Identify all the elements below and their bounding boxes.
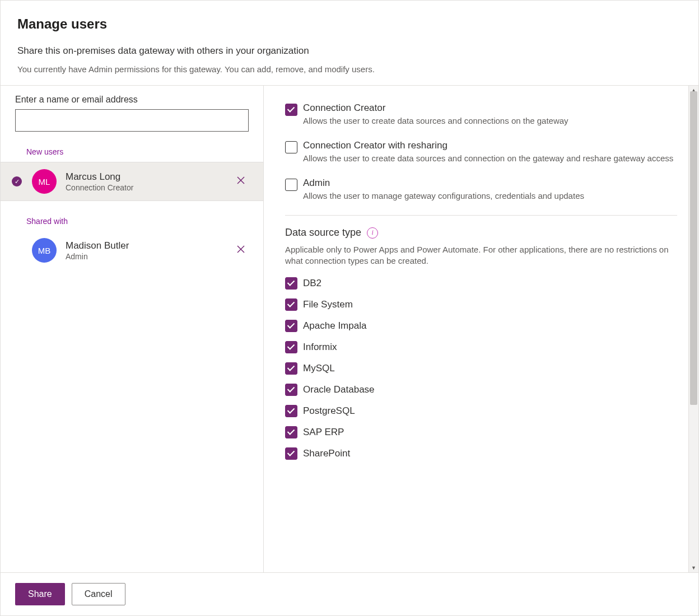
data-source-row: File System <box>285 298 677 311</box>
user-name: Madison Butler <box>66 240 233 251</box>
permission-text: Connection CreatorAllows the user to cre… <box>303 102 568 125</box>
data-source-label: SAP ERP <box>303 427 344 438</box>
data-source-note: Applicable only to Power Apps and Power … <box>285 244 677 267</box>
data-source-row: DB2 <box>285 277 677 290</box>
close-icon <box>669 15 682 27</box>
data-source-checkbox[interactable] <box>285 405 297 417</box>
user-row[interactable]: MBMadison ButlerAdmin <box>1 231 263 269</box>
svg-line-1 <box>671 17 680 26</box>
name-input-label: Enter a name or email address <box>1 95 263 109</box>
data-source-title: Data source type <box>285 227 361 239</box>
scroll-down-arrow[interactable]: ▼ <box>689 563 698 572</box>
data-source-row: SharePoint <box>285 447 677 460</box>
scrollbar-thumb[interactable] <box>690 91 697 405</box>
permission-text: AdminAllows the user to manage gateway c… <box>303 178 584 200</box>
left-pane: Enter a name or email address New users … <box>1 86 264 572</box>
remove-user-button[interactable] <box>233 172 249 190</box>
data-source-row: PostgreSQL <box>285 405 677 417</box>
svg-line-0 <box>671 17 680 26</box>
data-source-label: Apache Impala <box>303 320 366 332</box>
data-source-label: Oracle Database <box>303 384 375 395</box>
data-source-checkbox[interactable] <box>285 320 297 332</box>
cancel-button[interactable]: Cancel <box>72 583 125 605</box>
data-source-heading: Data source type i <box>285 227 677 239</box>
permission-checkbox[interactable] <box>285 104 297 116</box>
shared-with-list: MBMadison ButlerAdmin <box>1 231 263 269</box>
data-source-label: PostgreSQL <box>303 405 355 417</box>
data-source-row: SAP ERP <box>285 426 677 438</box>
shared-with-heading: Shared with <box>1 201 263 231</box>
data-source-label: File System <box>303 299 353 310</box>
permission-row: Connection Creator with resharingAllows … <box>285 140 677 163</box>
data-source-row: Apache Impala <box>285 320 677 332</box>
user-role: Admin <box>66 252 233 261</box>
data-source-checkbox[interactable] <box>285 298 297 311</box>
data-source-row: Oracle Database <box>285 384 677 396</box>
name-input[interactable] <box>15 109 249 132</box>
permissions-list: Connection CreatorAllows the user to cre… <box>285 102 677 200</box>
manage-users-dialog: Manage users Share this on-premises data… <box>0 0 699 616</box>
data-source-checkbox[interactable] <box>285 447 297 460</box>
user-name: Marcus Long <box>66 171 233 183</box>
data-source-label: DB2 <box>303 278 321 289</box>
divider <box>285 215 677 216</box>
selected-check-icon: ✓ <box>12 176 22 186</box>
permission-title: Admin <box>303 178 584 189</box>
new-users-list: ✓MLMarcus LongConnection Creator <box>1 162 263 201</box>
avatar: MB <box>32 238 57 263</box>
permission-row: AdminAllows the user to manage gateway c… <box>285 178 677 200</box>
new-users-heading: New users <box>1 132 263 162</box>
close-button[interactable] <box>669 15 682 27</box>
permission-description: Allows the user to manage gateway config… <box>303 191 584 200</box>
user-text: Marcus LongConnection Creator <box>66 171 233 192</box>
permission-description: Allows the user to create data sources a… <box>303 116 568 125</box>
dialog-permission-note: You currently have Admin permissions for… <box>17 64 682 74</box>
data-source-checkbox[interactable] <box>285 277 297 290</box>
dialog-header: Manage users Share this on-premises data… <box>1 1 698 86</box>
data-source-checkbox[interactable] <box>285 362 297 375</box>
data-source-label: MySQL <box>303 363 335 374</box>
permission-title: Connection Creator with resharing <box>303 140 673 151</box>
share-button[interactable]: Share <box>15 583 65 605</box>
permission-checkbox[interactable] <box>285 179 297 191</box>
dialog-subtitle: Share this on-premises data gateway with… <box>17 45 682 57</box>
permission-title: Connection Creator <box>303 102 568 114</box>
data-source-list: DB2File SystemApache ImpalaInformixMySQL… <box>285 277 677 460</box>
data-source-row: Informix <box>285 341 677 353</box>
permission-description: Allows the user to create data sources a… <box>303 153 673 163</box>
data-source-row: MySQL <box>285 362 677 375</box>
user-role: Connection Creator <box>66 183 233 192</box>
avatar: ML <box>32 169 57 194</box>
right-pane: Connection CreatorAllows the user to cre… <box>264 86 698 572</box>
data-source-checkbox[interactable] <box>285 384 297 396</box>
remove-icon <box>236 245 245 254</box>
dialog-footer: Share Cancel <box>1 572 698 615</box>
scrollbar[interactable]: ▲ ▼ <box>688 86 698 572</box>
remove-icon <box>236 176 245 185</box>
permission-text: Connection Creator with resharingAllows … <box>303 140 673 163</box>
remove-user-button[interactable] <box>233 241 249 259</box>
info-icon[interactable]: i <box>367 227 378 239</box>
data-source-label: Informix <box>303 342 337 353</box>
data-source-checkbox[interactable] <box>285 341 297 353</box>
dialog-body: Enter a name or email address New users … <box>1 86 698 572</box>
dialog-title: Manage users <box>17 16 682 32</box>
permission-row: Connection CreatorAllows the user to cre… <box>285 102 677 125</box>
data-source-checkbox[interactable] <box>285 426 297 438</box>
user-row[interactable]: ✓MLMarcus LongConnection Creator <box>1 162 263 201</box>
user-text: Madison ButlerAdmin <box>66 240 233 261</box>
data-source-label: SharePoint <box>303 448 350 459</box>
permission-checkbox[interactable] <box>285 141 297 153</box>
